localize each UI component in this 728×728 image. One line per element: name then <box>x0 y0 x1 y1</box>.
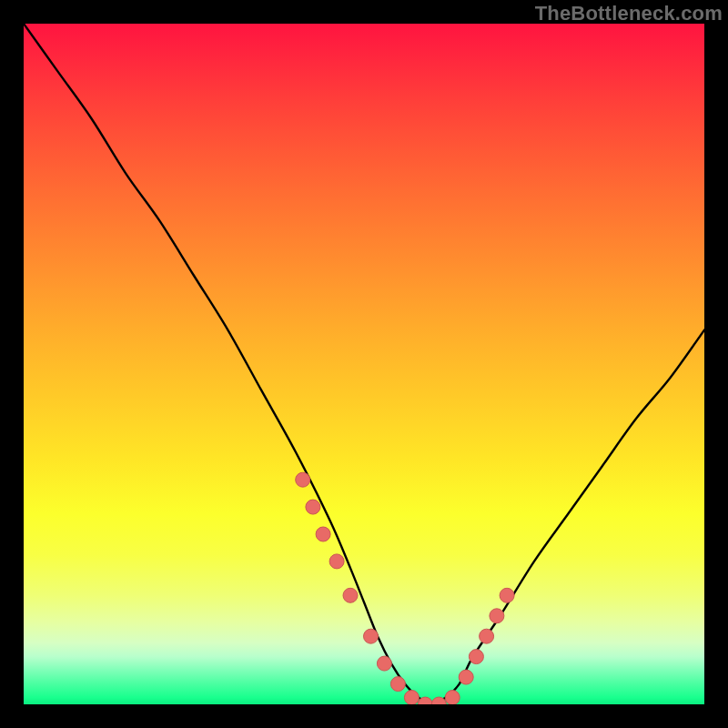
highlight-dot <box>329 554 344 569</box>
watermark-text: TheBottleneck.com <box>535 2 723 25</box>
highlight-dot <box>316 527 330 541</box>
highlight-dot <box>500 588 514 602</box>
curve-path <box>24 24 704 704</box>
highlight-dot <box>306 500 320 514</box>
highlight-dot <box>480 629 494 643</box>
plot-area <box>24 24 704 704</box>
highlight-dot <box>490 609 504 623</box>
highlight-dot <box>377 656 391 671</box>
highlight-dot <box>364 629 379 643</box>
highlight-dot <box>469 650 483 664</box>
highlight-dot <box>459 670 473 684</box>
highlight-dot <box>343 588 358 602</box>
highlight-dot <box>390 677 405 692</box>
highlight-dot <box>296 472 310 487</box>
chart-frame: TheBottleneck.com <box>0 0 728 728</box>
bottleneck-curve-svg <box>24 24 704 704</box>
highlight-dot <box>445 691 460 705</box>
highlight-dot <box>404 691 419 705</box>
highlight-dots <box>296 472 514 704</box>
